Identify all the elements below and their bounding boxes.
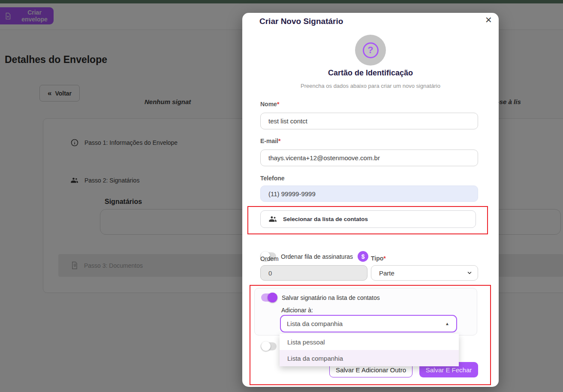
caret-up-icon: ▲ — [445, 321, 449, 326]
contact-list-dropdown: Lista pessoal Lista da companhia — [280, 334, 459, 366]
select-from-contacts-label: Selecionar da lista de contatos — [283, 216, 368, 222]
save-contact-section: Salvar signatário na lista de contatos A… — [254, 288, 477, 335]
order-field — [260, 265, 367, 281]
order-queue-toggle-label: Ordenar fila de assinaturas — [281, 253, 353, 260]
save-contact-toggle-row: Salvar signatário na lista de contatos — [261, 293, 380, 302]
avatar: ? — [355, 35, 386, 66]
contact-list-select[interactable]: Lista da companhia ▲ — [280, 315, 457, 332]
people-icon — [268, 215, 277, 224]
type-label: Tipo* — [371, 255, 386, 262]
save-contact-toggle-label: Salvar signatário na lista de contatos — [282, 294, 380, 301]
dropdown-option-company[interactable]: Lista da companhia — [280, 350, 459, 366]
create-signer-modal: Criar Novo Signatário × ? Cartão de Iden… — [242, 13, 499, 387]
question-circle-icon: ? — [363, 42, 379, 58]
save-contact-toggle[interactable] — [261, 293, 277, 302]
type-select-value: Parte — [379, 269, 394, 277]
contact-list-select-value: Lista da companhia — [287, 320, 343, 327]
select-from-contacts-button[interactable]: Selecionar da lista de contatos — [260, 210, 476, 228]
email-label: E-mail* — [260, 138, 280, 144]
add-to-label: Adicionar à: — [281, 307, 313, 314]
chevron-down-icon — [467, 270, 473, 276]
identification-card-title: Cartão de Identificação — [242, 69, 499, 78]
required-asterisk: * — [278, 138, 280, 144]
order-label: Ordem — [260, 255, 279, 262]
required-asterisk: * — [277, 101, 279, 108]
email-field[interactable] — [260, 150, 478, 166]
phone-field[interactable] — [260, 186, 478, 202]
name-field[interactable] — [260, 113, 478, 129]
hidden-toggle[interactable] — [261, 342, 277, 350]
type-select[interactable]: Parte — [371, 265, 478, 281]
identification-card-subtitle: Preencha os dados abaixo para criar um n… — [242, 83, 499, 89]
required-asterisk: * — [383, 255, 385, 262]
dropdown-option-personal[interactable]: Lista pessoal — [280, 334, 459, 350]
phone-label: Telefone — [260, 175, 285, 182]
name-label: Nome* — [260, 101, 279, 108]
modal-title: Criar Novo Signatário — [259, 17, 343, 26]
close-icon[interactable]: × — [485, 12, 492, 27]
premium-dollar-badge: $ — [358, 251, 368, 262]
